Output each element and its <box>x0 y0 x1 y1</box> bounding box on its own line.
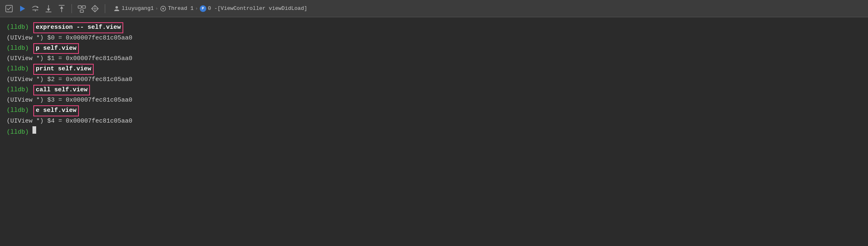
console-line-3: (lldb) print self.view <box>7 64 861 75</box>
svg-marker-6 <box>47 9 50 11</box>
prompt-1: (lldb) <box>7 23 32 32</box>
output-text-2: (UIView *) $1 = 0x00007fec81c05aa0 <box>7 54 132 64</box>
output-text-5: (UIView *) $4 = 0x00007fec81c05aa0 <box>7 116 132 126</box>
command-p: p self.view <box>33 43 79 54</box>
step-into-icon[interactable] <box>44 4 53 14</box>
frame-icon: P <box>200 5 206 12</box>
console-area[interactable]: (lldb) expression -- self.view (UIView *… <box>0 17 868 246</box>
toolbar: liuyugang1 › Thread 1 › P 0 -[ViewContro… <box>0 0 868 17</box>
breadcrumb-user-label: liuyugang1 <box>122 5 154 12</box>
breadcrumb-thread[interactable]: Thread 1 <box>160 5 194 12</box>
command-e: e self.view <box>33 105 79 116</box>
console-line-4: (lldb) call self.view <box>7 85 861 96</box>
console-output-2: (UIView *) $1 = 0x00007fec81c05aa0 <box>7 54 861 64</box>
prompt-2: (lldb) <box>7 44 32 53</box>
console-output-1: (UIView *) $0 = 0x00007fec81c05aa0 <box>7 33 861 43</box>
console-output-5: (UIView *) $4 = 0x00007fec81c05aa0 <box>7 116 861 126</box>
console-line-5: (lldb) e self.view <box>7 105 861 116</box>
cursor-prompt: (lldb) <box>7 128 32 137</box>
user-icon <box>113 5 120 12</box>
svg-rect-12 <box>82 6 85 8</box>
breadcrumb-chevron-1: › <box>155 6 158 11</box>
svg-rect-11 <box>78 6 81 8</box>
svg-marker-1 <box>20 6 25 12</box>
breadcrumb-frame[interactable]: P 0 -[ViewController viewDidLoad] <box>200 5 307 12</box>
prompt-5: (lldb) <box>7 106 32 116</box>
step-out-icon[interactable] <box>57 4 67 14</box>
console-output-4: (UIView *) $3 = 0x00007fec81c05aa0 <box>7 95 861 105</box>
prompt-3: (lldb) <box>7 64 32 74</box>
view-hierarchy-icon[interactable] <box>77 4 87 14</box>
cursor <box>32 126 36 134</box>
command-call: call self.view <box>33 85 90 96</box>
thread-icon <box>160 5 166 12</box>
console-output-3: (UIView *) $2 = 0x00007fec81c05aa0 <box>7 75 861 85</box>
console-cursor-line[interactable]: (lldb) <box>7 126 861 137</box>
command-expression: expression -- self.view <box>33 22 123 33</box>
breadcrumb-chevron-2: › <box>195 6 198 11</box>
output-text-1: (UIView *) $0 = 0x00007fec81c05aa0 <box>7 33 132 43</box>
location-icon[interactable] <box>90 4 100 14</box>
breadcrumb: liuyugang1 › Thread 1 › P 0 -[ViewContro… <box>113 5 307 12</box>
prompt-4: (lldb) <box>7 85 32 95</box>
command-print: print self.view <box>33 64 94 75</box>
console-line-1: (lldb) expression -- self.view <box>7 22 861 33</box>
continue-icon[interactable] <box>17 4 27 14</box>
separator-2 <box>105 4 105 13</box>
separator-1 <box>72 4 72 13</box>
breadcrumb-thread-label: Thread 1 <box>168 5 194 12</box>
svg-point-16 <box>115 6 118 9</box>
svg-marker-9 <box>60 6 63 9</box>
console-line-2: (lldb) p self.view <box>7 43 861 54</box>
output-text-4: (UIView *) $3 = 0x00007fec81c05aa0 <box>7 95 132 105</box>
breadcrumb-user[interactable]: liuyugang1 <box>113 5 154 12</box>
step-over-icon[interactable] <box>30 4 40 14</box>
disable-breakpoints-icon[interactable] <box>4 4 14 14</box>
svg-rect-13 <box>80 10 83 12</box>
svg-point-18 <box>162 8 164 9</box>
output-text-3: (UIView *) $2 = 0x00007fec81c05aa0 <box>7 75 132 85</box>
breadcrumb-frame-label: 0 -[ViewController viewDidLoad] <box>208 5 307 12</box>
